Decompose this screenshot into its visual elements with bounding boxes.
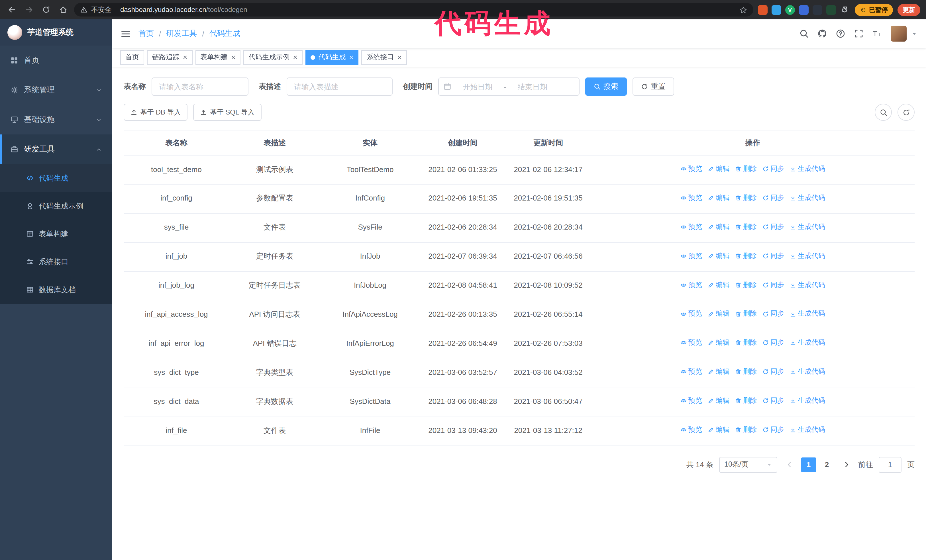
tag-close-icon[interactable]: [349, 54, 354, 61]
update-button[interactable]: 更新: [897, 4, 920, 16]
action-edit-link[interactable]: 编辑: [708, 424, 729, 435]
action-generate-link[interactable]: 生成代码: [790, 308, 825, 319]
action-delete-link[interactable]: 删除: [735, 251, 757, 261]
sidebar-subitem-codegen-example[interactable]: 代码生成示例: [0, 192, 112, 220]
toggle-search-button[interactable]: [875, 104, 892, 121]
tag-close-icon[interactable]: [231, 54, 235, 61]
action-preview-link[interactable]: 预览: [680, 424, 702, 435]
page-button-1[interactable]: 1: [801, 457, 816, 472]
sidebar-subitem-db-doc[interactable]: 数据库文档: [0, 276, 112, 303]
hamburger-icon[interactable]: [121, 29, 130, 38]
action-sync-link[interactable]: 同步: [763, 193, 784, 203]
paused-badge[interactable]: ☺ 已暂停: [855, 4, 893, 16]
action-preview-link[interactable]: 预览: [680, 163, 702, 174]
tag-close-icon[interactable]: [183, 54, 187, 61]
action-generate-link[interactable]: 生成代码: [790, 366, 825, 377]
search-button[interactable]: 搜索: [585, 77, 627, 96]
action-delete-link[interactable]: 删除: [735, 308, 757, 319]
action-generate-link[interactable]: 生成代码: [790, 338, 825, 349]
tag-close-icon[interactable]: [293, 54, 297, 61]
next-page-button[interactable]: [840, 457, 852, 472]
action-edit-link[interactable]: 编辑: [708, 163, 729, 174]
refresh-table-button[interactable]: [897, 104, 915, 121]
action-edit-link[interactable]: 编辑: [708, 338, 729, 349]
table-name-input[interactable]: [151, 77, 248, 96]
action-edit-link[interactable]: 编辑: [708, 308, 729, 319]
action-preview-link[interactable]: 预览: [680, 279, 702, 290]
tag-5[interactable]: 系统接口: [362, 50, 407, 65]
action-edit-link[interactable]: 编辑: [708, 251, 729, 261]
action-delete-link[interactable]: 删除: [735, 222, 757, 232]
action-delete-link[interactable]: 删除: [735, 395, 757, 406]
avatar-caret-icon[interactable]: [911, 30, 917, 37]
github-icon[interactable]: [818, 29, 827, 38]
header-search-icon[interactable]: [799, 29, 809, 38]
action-preview-link[interactable]: 预览: [680, 193, 702, 203]
browser-home-icon[interactable]: [57, 3, 70, 16]
font-size-icon[interactable]: TT: [872, 29, 882, 38]
extension-orange-lion-icon[interactable]: [758, 5, 767, 15]
sidebar-item-infra[interactable]: 基础设施: [0, 105, 112, 134]
sidebar-subitem-codegen[interactable]: 代码生成: [0, 164, 112, 192]
end-date-input[interactable]: [507, 82, 558, 91]
extension-dark-chart-icon[interactable]: [812, 5, 822, 15]
action-preview-link[interactable]: 预览: [680, 395, 702, 406]
breadcrumb-item-1[interactable]: 研发工具: [166, 29, 197, 39]
browser-forward-icon[interactable]: [23, 3, 35, 16]
sidebar-item-devtools[interactable]: 研发工具: [0, 134, 112, 164]
action-edit-link[interactable]: 编辑: [708, 395, 729, 406]
action-delete-link[interactable]: 删除: [735, 163, 757, 174]
browser-reload-icon[interactable]: [40, 3, 53, 16]
sidebar-item-system[interactable]: 系统管理: [0, 75, 112, 105]
action-preview-link[interactable]: 预览: [680, 251, 702, 261]
action-generate-link[interactable]: 生成代码: [790, 251, 825, 261]
action-edit-link[interactable]: 编辑: [708, 279, 729, 290]
action-edit-link[interactable]: 编辑: [708, 193, 729, 203]
tag-4[interactable]: 代码生成: [306, 50, 359, 65]
action-edit-link[interactable]: 编辑: [708, 366, 729, 377]
action-sync-link[interactable]: 同步: [763, 251, 784, 261]
action-delete-link[interactable]: 删除: [735, 193, 757, 203]
sidebar-subitem-form-builder[interactable]: 表单构建: [0, 220, 112, 248]
action-sync-link[interactable]: 同步: [763, 163, 784, 174]
action-generate-link[interactable]: 生成代码: [790, 163, 825, 174]
fullscreen-icon[interactable]: [854, 29, 863, 38]
page-size-select[interactable]: 10条/页: [719, 457, 777, 473]
action-preview-link[interactable]: 预览: [680, 338, 702, 349]
action-delete-link[interactable]: 删除: [735, 338, 757, 349]
date-range-picker[interactable]: -: [438, 77, 580, 96]
goto-page-input[interactable]: [879, 457, 902, 473]
sidebar-item-home[interactable]: 首页: [0, 45, 112, 75]
breadcrumb-item-0[interactable]: 首页: [138, 29, 154, 39]
action-generate-link[interactable]: 生成代码: [790, 222, 825, 232]
tag-2[interactable]: 表单构建: [195, 50, 241, 65]
help-icon[interactable]: [836, 29, 845, 38]
action-delete-link[interactable]: 删除: [735, 366, 757, 377]
action-preview-link[interactable]: 预览: [680, 308, 702, 319]
action-generate-link[interactable]: 生成代码: [790, 424, 825, 435]
app-logo[interactable]: 芋道管理系统: [0, 20, 112, 45]
action-sync-link[interactable]: 同步: [763, 424, 784, 435]
action-delete-link[interactable]: 删除: [735, 424, 757, 435]
extension-green-v-icon[interactable]: V: [785, 5, 794, 15]
tag-0[interactable]: 首页: [120, 50, 144, 65]
action-sync-link[interactable]: 同步: [763, 395, 784, 406]
action-generate-link[interactable]: 生成代码: [790, 193, 825, 203]
sidebar-subitem-api[interactable]: 系统接口: [0, 248, 112, 276]
tag-close-icon[interactable]: [398, 54, 402, 61]
extension-blue-tool-icon[interactable]: [771, 5, 781, 15]
extensions-puzzle-icon[interactable]: [840, 5, 850, 15]
avatar[interactable]: [891, 26, 906, 42]
action-sync-link[interactable]: 同步: [763, 279, 784, 290]
reset-button[interactable]: 重置: [632, 77, 674, 96]
browser-back-icon[interactable]: [6, 3, 18, 16]
action-sync-link[interactable]: 同步: [763, 308, 784, 319]
table-desc-input[interactable]: [287, 77, 393, 96]
start-date-input[interactable]: [452, 82, 502, 91]
action-preview-link[interactable]: 预览: [680, 366, 702, 377]
action-sync-link[interactable]: 同步: [763, 338, 784, 349]
action-preview-link[interactable]: 预览: [680, 222, 702, 232]
tag-1[interactable]: 链路追踪: [147, 50, 192, 65]
page-button-2[interactable]: 2: [819, 457, 834, 472]
bookmark-star-icon[interactable]: [739, 6, 747, 14]
